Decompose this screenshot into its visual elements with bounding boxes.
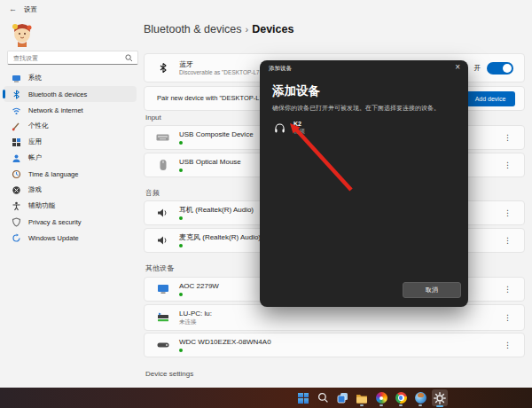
search-icon — [125, 54, 133, 62]
cancel-button[interactable]: 取消 — [403, 282, 461, 298]
accounts-icon — [12, 153, 21, 163]
dialog-device-category: 音频 — [293, 128, 305, 135]
task-view-icon[interactable] — [334, 389, 350, 406]
section-title-other-devices: 其他设备 — [145, 263, 174, 273]
speaker-icon — [156, 234, 169, 247]
sidebar-item-network[interactable]: Network & internet — [4, 102, 137, 118]
sidebar-item-label: Time & language — [28, 170, 78, 178]
sidebar-item-label: 个性化 — [28, 122, 49, 130]
device-name: 耳机 (Realtek(R) Audio) — [179, 206, 254, 215]
device-name: USB Optical Mouse — [179, 158, 241, 167]
dialog-titlebar: 添加设备 × — [260, 60, 468, 78]
section-title-input: Input — [145, 114, 161, 122]
page-title: Devices — [252, 23, 293, 35]
sidebar-item-personalization[interactable]: 个性化 — [4, 118, 137, 134]
row-menu-button[interactable]: ⋮ — [504, 341, 512, 349]
sidebar-item-label: 游戏 — [28, 185, 42, 194]
sidebar-item-label: Bluetooth & devices — [28, 90, 87, 98]
system-icon — [12, 74, 21, 83]
breadcrumb: Bluetooth & devices›Devices — [144, 23, 293, 35]
row-menu-button[interactable]: ⋮ — [504, 134, 512, 142]
network-icon — [12, 106, 21, 115]
status-dot — [179, 169, 183, 172]
status-dot — [179, 293, 183, 296]
status-dot — [179, 141, 183, 145]
settings-search — [7, 51, 138, 65]
toggle-knob — [503, 64, 512, 73]
sidebar-item-time-language[interactable]: Time & language — [4, 166, 137, 182]
bluetooth-toggle[interactable] — [487, 62, 513, 75]
taskbar-search-icon[interactable] — [315, 389, 331, 406]
sidebar-item-windows-update[interactable]: Windows Update — [4, 230, 137, 246]
status-dot — [179, 216, 183, 220]
sidebar-item-bluetooth-devices[interactable]: Bluetooth & devices — [4, 86, 137, 102]
browser-icon[interactable] — [412, 389, 428, 406]
add-device-dialog: 添加设备 × 添加设备 确保你的设备已打开并可被发现。在下面选择要连接的设备。 … — [260, 60, 468, 307]
row-menu-button[interactable]: ⋮ — [504, 237, 512, 245]
sidebar-item-label: Windows Update — [28, 234, 79, 242]
privacy-icon — [12, 217, 21, 227]
monitor-icon — [156, 283, 169, 296]
start-button-icon[interactable] — [295, 389, 311, 406]
section-title-audio: 音频 — [145, 188, 160, 198]
color-wheel-app-icon[interactable] — [373, 389, 389, 406]
time-language-icon — [12, 169, 21, 179]
breadcrumb-root[interactable]: Bluetooth & devices — [144, 23, 242, 35]
taskbar — [0, 388, 532, 408]
status-dot — [179, 244, 183, 247]
device-row-pc: LU-PC: lu: 未连接 ⋮ — [144, 304, 525, 331]
sidebar-item-label: 辅助功能 — [28, 201, 55, 210]
accessibility-icon — [12, 201, 21, 211]
sidebar-item-privacy[interactable]: Privacy & security — [4, 214, 137, 230]
sidebar-item-label: Network & internet — [28, 106, 83, 114]
user-avatar[interactable] — [11, 21, 35, 49]
row-menu-button[interactable]: ⋮ — [504, 286, 512, 294]
device-name: AOC 2279W — [179, 282, 219, 291]
row-menu-button[interactable]: ⋮ — [504, 314, 512, 322]
sidebar-item-accessibility[interactable]: 辅助功能 — [4, 198, 137, 214]
device-name: LU-PC: lu: — [179, 310, 212, 318]
sidebar-item-system[interactable]: 系统 — [4, 70, 137, 86]
settings-gear-icon[interactable] — [432, 389, 448, 406]
device-name: WDC WD10EZEX-08WN4A0 — [179, 338, 271, 347]
sidebar-nav: 系统 Bluetooth & devices Network & interne… — [0, 70, 140, 246]
pc-icon — [156, 311, 169, 325]
sidebar-item-label: 帐户 — [28, 153, 42, 162]
toggle-state-label: 开 — [474, 64, 481, 73]
drive-icon — [156, 339, 169, 352]
bluetooth-icon — [156, 61, 169, 75]
device-row-disk: WDC WD10EZEX-08WN4A0 ⋮ — [144, 333, 525, 357]
sidebar-item-label: Privacy & security — [28, 218, 82, 226]
chrome-icon[interactable] — [393, 389, 409, 406]
add-device-button[interactable]: Add device — [466, 91, 515, 106]
back-arrow-icon[interactable]: ← — [9, 4, 17, 13]
status-dot — [179, 349, 183, 352]
device-name: USB Composite Device — [179, 130, 254, 139]
mouse-icon — [156, 159, 169, 172]
close-icon[interactable]: × — [455, 62, 460, 72]
sidebar-item-gaming[interactable]: 游戏 — [4, 182, 137, 198]
headphones-icon — [274, 122, 286, 133]
window-title: 设置 — [24, 5, 37, 14]
dialog-device-name: K2 — [293, 120, 305, 128]
device-name: 麦克风 (Realtek(R) Audio) — [179, 233, 261, 242]
bluetooth-icon — [12, 90, 21, 99]
search-input[interactable] — [8, 55, 125, 61]
sidebar-item-accounts[interactable]: 帐户 — [4, 150, 137, 166]
row-menu-button[interactable]: ⋮ — [504, 161, 512, 169]
sidebar-item-label: 系统 — [28, 74, 42, 82]
apps-icon — [12, 137, 21, 147]
device-status-text: 未连接 — [179, 318, 212, 326]
gaming-icon — [12, 185, 21, 195]
file-explorer-icon[interactable] — [354, 389, 370, 406]
dialog-description: 确保你的设备已打开并可被发现。在下面选择要连接的设备。 — [272, 104, 457, 112]
sidebar-item-apps[interactable]: 应用 — [4, 134, 137, 150]
dialog-titlebar-text: 添加设备 — [269, 65, 292, 73]
settings-window: ← 设置 系统 Bluetooth — [0, 0, 532, 408]
dialog-heading: 添加设备 — [272, 83, 320, 99]
section-title-device-settings: Device settings — [145, 370, 193, 378]
speaker-icon — [156, 207, 169, 220]
dialog-device-item-k2[interactable]: K2 音频 — [267, 115, 461, 138]
keyboard-icon — [156, 131, 169, 145]
row-menu-button[interactable]: ⋮ — [504, 209, 512, 217]
